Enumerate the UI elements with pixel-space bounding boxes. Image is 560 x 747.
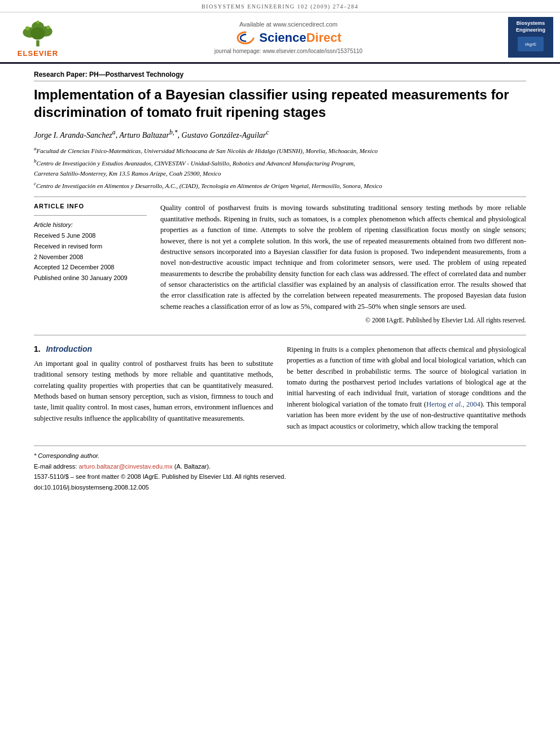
footnote-email-link[interactable]: arturo.baltazar@cinvestav.edu.mx — [78, 463, 174, 470]
svg-rect-0 — [36, 40, 40, 46]
sd-swirl-icon — [235, 30, 256, 46]
body-content: 1. Introduction An important goal in qua… — [34, 344, 526, 436]
main-content: Research Paper: PH—Postharvest Technolog… — [0, 64, 560, 504]
journal-homepage: journal homepage: www.elsevier.com/locat… — [215, 48, 362, 54]
sd-text: ScienceDirect — [259, 30, 342, 45]
author-1: Jorge I. Aranda-Sancheza — [34, 131, 116, 139]
available-text: Available at www.sciencedirect.com — [239, 21, 338, 28]
body-two-col: 1. Introduction An important goal in qua… — [34, 344, 526, 436]
article-history-label: Article history: — [34, 221, 147, 228]
authors: Jorge I. Aranda-Sancheza, Arturo Baltaza… — [34, 129, 526, 140]
history-revised-date: 2 November 2008 — [34, 252, 147, 263]
footnote-issn-line: 1537-5110/$ – see front matter © 2008 IA… — [34, 471, 526, 482]
abstract-text: Quality control of postharvest fruits is… — [160, 203, 526, 326]
article-info-col: ARTICLE INFO Article history: Received 5… — [34, 203, 147, 326]
sd-science: Science — [259, 30, 306, 45]
page-header: ELSEVIER Available at www.sciencedirect.… — [0, 12, 560, 64]
footer-notes: * Corresponding author. E-mail address: … — [34, 445, 526, 493]
history-revised-label: Received in revised form — [34, 241, 147, 252]
ref-hertog[interactable]: Hertog et al., 2004 — [426, 400, 480, 408]
section-number: 1. — [34, 344, 41, 353]
history-published: Published online 30 January 2009 — [34, 273, 147, 283]
research-paper-label: Research Paper: PH—Postharvest Technolog… — [34, 71, 526, 81]
body-left-text: An important goal in quality control of … — [34, 359, 273, 424]
footnote-corresponding: * Corresponding author. — [34, 451, 526, 461]
svg-point-6 — [46, 25, 50, 29]
section-heading: 1. Introduction — [34, 344, 273, 354]
elsevier-label: ELSEVIER — [18, 49, 58, 58]
biosystems-box: Biosystems Engineering IAgrE — [508, 17, 553, 58]
svg-point-5 — [25, 27, 29, 30]
body-col-right: Ripening in fruits is a complex phenomen… — [287, 344, 526, 436]
abstract-paragraph: Quality control of postharvest fruits is… — [160, 203, 526, 312]
affil-b: bCentro de Investigación y Estudios Avan… — [34, 157, 526, 178]
abstract-col: Quality control of postharvest fruits is… — [160, 203, 526, 326]
intro-paragraph-left: An important goal in quality control of … — [34, 359, 273, 424]
intro-paragraph-right: Ripening in fruits is a complex phenomen… — [287, 344, 526, 432]
sciencedirect-logo: ScienceDirect — [235, 30, 342, 46]
footnote-email-line: E-mail address: arturo.baltazar@cinvesta… — [34, 461, 526, 472]
footnote-email-suffix: (A. Baltazar). — [174, 463, 211, 470]
svg-point-4 — [30, 27, 45, 40]
author-2: Arturo Baltazarb,* — [119, 131, 177, 139]
article-info-section: ARTICLE INFO Article history: Received 5… — [34, 203, 526, 326]
footnote-email: arturo.baltazar@cinvestav.edu.mx — [78, 463, 172, 470]
biosystems-logo-icon: IAgrE — [517, 36, 545, 53]
affiliations: aFacultad de Ciencias Físico-Matemáticas… — [34, 145, 526, 191]
body-right-text: Ripening in fruits is a complex phenomen… — [287, 344, 526, 432]
footnote-doi-line: doi:10.1016/j.biosystemseng.2008.12.005 — [34, 482, 526, 493]
svg-point-7 — [36, 20, 40, 24]
divider-2 — [34, 215, 147, 216]
sup-b: b,* — [169, 129, 178, 136]
biosystems-title: Biosystems Engineering — [510, 20, 551, 33]
body-col-left: 1. Introduction An important goal in qua… — [34, 344, 273, 436]
journal-citation: BIOSYSTEMS ENGINEERING 102 (2009) 274–28… — [202, 3, 358, 10]
section-title: Introduction — [46, 344, 92, 353]
sciencedirect-header: Available at www.sciencedirect.com Scien… — [75, 17, 502, 58]
email-label: E-mail address: — [34, 463, 77, 470]
divider-1 — [34, 196, 526, 197]
journal-header: BIOSYSTEMS ENGINEERING 102 (2009) 274–28… — [0, 0, 560, 12]
sup-a: a — [112, 129, 116, 136]
divider-3 — [34, 335, 526, 335]
copyright-line: © 2008 IAgrE. Published by Elsevier Ltd.… — [160, 316, 526, 326]
sup-c: c — [266, 129, 269, 136]
article-title: Implementation of a Bayesian classifier … — [34, 86, 526, 121]
history-accepted: Accepted 12 December 2008 — [34, 262, 147, 273]
svg-text:IAgrE: IAgrE — [525, 42, 536, 47]
elsevier-logo: ELSEVIER — [7, 17, 69, 58]
author-3: Gustavo González-Aguilarc — [182, 131, 269, 139]
affil-a: aFacultad de Ciencias Físico-Matemáticas… — [34, 145, 526, 156]
affil-c: cCentro de Investigación en Alimentos y … — [34, 180, 526, 191]
article-info-header: ARTICLE INFO — [34, 203, 147, 209]
footnote-star: * Corresponding author. — [34, 452, 99, 459]
elsevier-tree-icon — [18, 17, 58, 48]
history-received: Received 5 June 2008 — [34, 230, 147, 241]
